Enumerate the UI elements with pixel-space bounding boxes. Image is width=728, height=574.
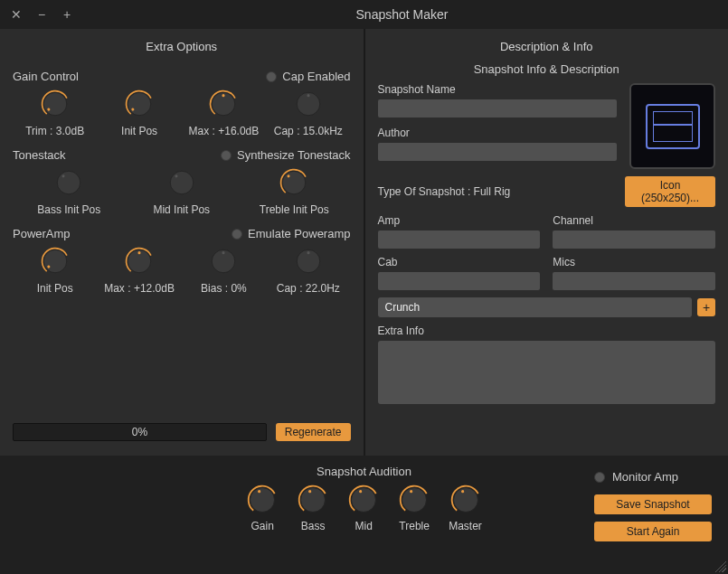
mics-input[interactable] [553, 272, 715, 290]
tone-knob-dial-1[interactable] [166, 167, 197, 198]
svg-point-23 [138, 251, 141, 254]
audition-knob-dial-mid[interactable] [347, 484, 380, 516]
description-panel: Description & Info Snapshot Info & Descr… [365, 29, 729, 456]
cab-input[interactable] [378, 272, 541, 290]
gain-knob-3: Cap : 15.0kHz [268, 89, 349, 137]
svg-point-18 [43, 249, 67, 273]
tone-knob-row: Bass Init Pos Mid Init Pos Treble Init P… [13, 167, 351, 216]
channel-input[interactable] [553, 231, 715, 249]
power-knob-2: Bias : 0% [183, 246, 264, 295]
audition-knob-label-gain: Gain [251, 520, 273, 532]
icon-choose-button[interactable]: Icon (250x250)... [625, 176, 715, 207]
snapshot-name-input[interactable] [378, 99, 618, 118]
power-knob-dial-2[interactable] [208, 246, 239, 277]
progress-bar: 0% [13, 423, 267, 441]
tone-knob-0: Bass Init Pos [28, 167, 109, 216]
extra-info-textarea[interactable] [378, 341, 716, 404]
power-knob-row: Init Pos Max : +12.0dB Bias : 0% Cap : 2… [13, 246, 351, 295]
footer-panel: Snapshot Audition Gain Bass Mid Treble M… [0, 456, 728, 574]
gain-knob-0: Trim : 3.0dB [14, 89, 96, 137]
power-group-header: PowerAmp Emulate Poweramp [13, 227, 351, 240]
amp-channel-row: Amp Channel [378, 214, 716, 249]
gain-knob-label-2: Max : +16.0dB [189, 125, 260, 137]
author-input[interactable] [378, 143, 618, 161]
power-knob-dial-0[interactable] [40, 246, 71, 277]
audition-knob-gain: Gain [246, 484, 279, 532]
start-again-button[interactable]: Start Again [594, 522, 712, 541]
power-knob-dial-1[interactable] [124, 246, 155, 277]
gain-label: Gain Control [13, 70, 79, 83]
save-snapshot-button[interactable]: Save Snapshot [594, 494, 712, 514]
footer-actions: Monitor Amp Save Snapshot Start Again [594, 470, 712, 541]
svg-point-34 [352, 488, 376, 513]
tone-knob-2: Treble Init Pos [253, 167, 335, 216]
titlebar: ✕ − + Snapshot Maker [0, 0, 728, 29]
radio-icon [221, 150, 232, 161]
audition-knob-master: Master [449, 484, 482, 532]
tag-input[interactable] [378, 297, 693, 317]
svg-point-25 [222, 251, 225, 254]
audition-knob-dial-master[interactable] [449, 484, 482, 516]
power-knob-1: Max : +12.0dB [99, 246, 180, 295]
audition-knob-bass: Bass [297, 484, 329, 532]
gain-knob-1: Init Pos [99, 89, 180, 137]
power-knob-dial-3[interactable] [293, 246, 324, 277]
tone-knob-label-0: Bass Init Pos [37, 203, 100, 216]
svg-point-0 [43, 92, 67, 116]
tone-knob-dial-0[interactable] [53, 167, 84, 198]
tone-group-header: Tonestack Synthesize Tonestack [13, 148, 351, 162]
gain-knob-dial-2[interactable] [208, 89, 239, 119]
svg-point-13 [170, 171, 194, 194]
monitor-amp-label: Monitor Amp [612, 470, 678, 484]
audition-knob-treble: Treble [398, 484, 430, 532]
footer-title: Snapshot Audition [317, 465, 411, 478]
main-content: Extra Options Gain Control Cap Enabled T… [0, 29, 728, 456]
gain-group-header: Gain Control Cap Enabled [13, 70, 351, 83]
tone-label: Tonestack [13, 148, 66, 162]
gain-knob-dial-0[interactable] [40, 89, 71, 119]
power-knob-label-2: Bias : 0% [201, 282, 247, 295]
regenerate-button[interactable]: Regenerate [276, 423, 351, 441]
svg-point-28 [251, 488, 275, 513]
audition-knob-dial-bass[interactable] [297, 484, 329, 516]
snapshot-type-label: Type Of Snapshot : Full Rig [378, 185, 511, 198]
progress-row: 0% Regenerate [13, 423, 351, 441]
radio-icon [266, 71, 277, 82]
gain-knob-dial-1[interactable] [124, 89, 155, 119]
power-knob-label-3: Cap : 22.0Hz [277, 282, 340, 295]
description-title: Description & Info [378, 36, 716, 62]
gain-knob-label-1: Init Pos [121, 125, 157, 137]
gain-knob-dial-3[interactable] [293, 89, 324, 119]
cap-enabled-label: Cap Enabled [282, 70, 350, 83]
tone-knob-1: Mid Init Pos [141, 167, 222, 216]
audition-knob-label-bass: Bass [301, 520, 326, 532]
cap-enabled-toggle[interactable]: Cap Enabled [266, 70, 350, 83]
resize-grip[interactable] [712, 558, 726, 572]
gain-knob-label-0: Trim : 3.0dB [25, 125, 84, 137]
audition-knob-dial-treble[interactable] [398, 484, 430, 516]
extra-options-panel: Extra Options Gain Control Cap Enabled T… [0, 29, 365, 456]
audition-knob-dial-gain[interactable] [246, 484, 279, 516]
tone-knob-dial-2[interactable] [279, 167, 309, 198]
audition-knob-label-treble: Treble [399, 520, 430, 532]
audition-knob-label-master: Master [449, 520, 482, 532]
power-knob-3: Cap : 22.0Hz [268, 246, 349, 295]
minimize-window-button[interactable]: − [33, 5, 51, 24]
mics-label: Mics [553, 256, 715, 268]
power-label: PowerAmp [13, 227, 71, 240]
emulate-poweramp-toggle[interactable]: Emulate Poweramp [232, 227, 350, 240]
emulate-poweramp-label: Emulate Poweramp [248, 227, 350, 240]
synthesize-tone-toggle[interactable]: Synthesize Tonestack [221, 148, 351, 162]
gain-knob-label-3: Cap : 15.0kHz [274, 125, 343, 137]
author-label: Author [378, 127, 618, 139]
extra-options-title: Extra Options [13, 36, 351, 62]
amp-input[interactable] [378, 231, 541, 249]
tag-row: + [378, 297, 716, 317]
monitor-amp-toggle[interactable]: Monitor Amp [594, 470, 678, 484]
add-tag-button[interactable]: + [697, 298, 715, 316]
audition-knob-label-mid: Mid [355, 520, 372, 532]
maximize-window-button[interactable]: + [58, 5, 76, 24]
cab-mics-row: Cab Mics [378, 256, 716, 290]
close-window-button[interactable]: ✕ [7, 5, 25, 24]
amp-label: Amp [378, 214, 541, 227]
